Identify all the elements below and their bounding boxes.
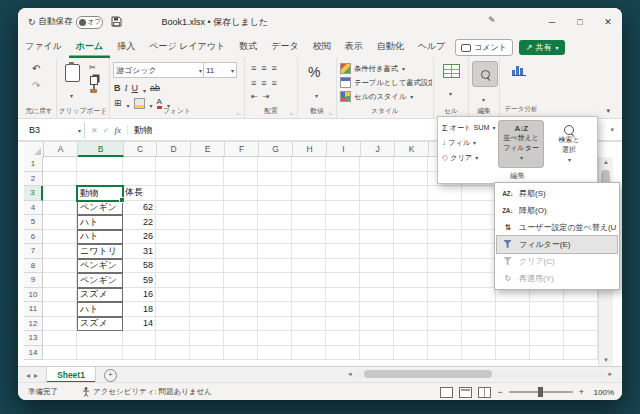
cell-D13[interactable] (156, 331, 190, 346)
indent-increase-icon[interactable]: ⇥ (263, 92, 270, 101)
undo-icon[interactable]: ↶ (32, 63, 40, 74)
cell-L8[interactable] (428, 259, 462, 274)
align-top-icon[interactable]: ≡ (251, 63, 256, 73)
cell-G7[interactable] (258, 244, 292, 259)
row-header-4[interactable]: 4 (24, 201, 43, 216)
cell-K11[interactable] (394, 302, 428, 317)
row-header-6[interactable]: 6 (24, 230, 43, 245)
cell-F7[interactable] (224, 244, 258, 259)
cell-M13[interactable] (462, 331, 496, 346)
cell-G2[interactable] (258, 172, 292, 187)
align-right-icon[interactable]: ≡ (272, 78, 277, 88)
cell-F8[interactable] (224, 259, 258, 274)
cell-D10[interactable] (156, 288, 190, 303)
minimize-button[interactable]: ─ (538, 8, 566, 36)
cell-J4[interactable] (360, 201, 394, 216)
cell-P12[interactable] (564, 317, 598, 332)
cell-B5[interactable]: ハト (77, 215, 123, 230)
cell-B9[interactable]: ペンギン (77, 273, 123, 288)
horizontal-scroll-thumb[interactable] (364, 370, 492, 378)
cut-icon[interactable]: ✂ (89, 63, 96, 72)
cell-A5[interactable] (43, 215, 77, 230)
autosave-control[interactable]: ↻ 自動保存 オフ (28, 16, 103, 29)
cell-M9[interactable] (462, 273, 496, 288)
select-all-corner[interactable] (24, 142, 44, 158)
row-header-5[interactable]: 5 (24, 215, 43, 230)
cell-H13[interactable] (292, 331, 326, 346)
cell-M4[interactable] (462, 201, 496, 216)
cell-K1[interactable] (394, 157, 428, 172)
cell-M10[interactable] (462, 288, 496, 303)
share-button[interactable]: ↗ 共有 (519, 40, 566, 55)
cell-C14[interactable] (123, 346, 156, 361)
cell-D14[interactable] (156, 346, 190, 361)
cell-G13[interactable] (258, 331, 292, 346)
cell-J2[interactable] (360, 172, 394, 187)
comments-button[interactable]: コメント (455, 39, 513, 56)
cell-B11[interactable]: ハト (77, 302, 123, 317)
cell-L7[interactable] (428, 244, 462, 259)
paste-icon[interactable] (65, 64, 80, 82)
tab-view[interactable]: 表示 (338, 36, 370, 58)
cell-D8[interactable] (156, 259, 190, 274)
view-page-break-icon[interactable] (478, 387, 491, 398)
sheet-nav-right-icon[interactable]: ▸ (34, 371, 38, 380)
align-bottom-icon[interactable]: ≡ (272, 63, 277, 73)
cell-K7[interactable] (394, 244, 428, 259)
cell-G11[interactable] (258, 302, 292, 317)
cell-A8[interactable] (43, 259, 77, 274)
cell-J1[interactable] (360, 157, 394, 172)
cell-A14[interactable] (43, 346, 77, 361)
collapse-ribbon-chevron[interactable]: ▾ (606, 107, 610, 115)
cell-H14[interactable] (292, 346, 326, 361)
column-header-C[interactable]: C (124, 142, 157, 157)
row-header-8[interactable]: 8 (24, 259, 43, 274)
cell-A2[interactable] (43, 172, 77, 187)
cell-N14[interactable] (496, 346, 530, 361)
cell-K14[interactable] (394, 346, 428, 361)
cell-A3[interactable] (43, 186, 77, 201)
cell-G12[interactable] (258, 317, 292, 332)
cell-O11[interactable] (530, 302, 564, 317)
cell-B12[interactable]: スズメ (77, 317, 123, 332)
cell-A1[interactable] (43, 157, 77, 172)
cell-J13[interactable] (360, 331, 394, 346)
column-header-D[interactable]: D (157, 142, 191, 157)
cell-K13[interactable] (394, 331, 428, 346)
horizontal-scroll-track[interactable] (354, 370, 607, 378)
autosave-toggle[interactable]: オフ (76, 16, 103, 29)
cell-G10[interactable] (258, 288, 292, 303)
insert-function-button[interactable]: fx (114, 125, 121, 135)
scroll-down-arrow[interactable]: ▼ (599, 355, 613, 366)
cell-I13[interactable] (326, 331, 360, 346)
bold-button[interactable]: B (114, 83, 121, 93)
scroll-left-arrow[interactable]: ◂ (348, 370, 352, 378)
cell-E11[interactable] (190, 302, 224, 317)
cell-E7[interactable] (190, 244, 224, 259)
column-header-G[interactable]: G (259, 142, 293, 157)
zoom-in-button[interactable]: + (579, 387, 584, 397)
number-dialog-launcher[interactable]: ∟ (328, 110, 334, 116)
row-header-1[interactable]: 1 (24, 157, 43, 172)
cell-G1[interactable] (258, 157, 292, 172)
cell-C8[interactable]: 58 (123, 259, 156, 274)
format-painter-icon[interactable] (90, 89, 97, 93)
redo-icon[interactable]: ↷ (32, 80, 40, 91)
cell-B1[interactable] (77, 157, 123, 172)
column-header-F[interactable]: F (225, 142, 259, 157)
cell-C5[interactable]: 22 (123, 215, 156, 230)
sheet-tab-sheet1[interactable]: Sheet1 (46, 367, 96, 383)
cell-F1[interactable] (224, 157, 258, 172)
format-as-table-button[interactable]: テーブルとして書式設定 (340, 76, 432, 89)
cell-F4[interactable] (224, 201, 258, 216)
sheet-nav-left-icon[interactable]: ◂ (26, 371, 30, 380)
cell-C12[interactable]: 14 (123, 317, 156, 332)
cell-E13[interactable] (190, 331, 224, 346)
cell-J12[interactable] (360, 317, 394, 332)
cell-H9[interactable] (292, 273, 326, 288)
scroll-right-arrow[interactable]: ▸ (608, 370, 612, 378)
scroll-up-arrow[interactable]: ▲ (599, 157, 613, 168)
cell-L6[interactable] (428, 230, 462, 245)
column-header-B[interactable]: B (78, 142, 124, 157)
cell-I10[interactable] (326, 288, 360, 303)
